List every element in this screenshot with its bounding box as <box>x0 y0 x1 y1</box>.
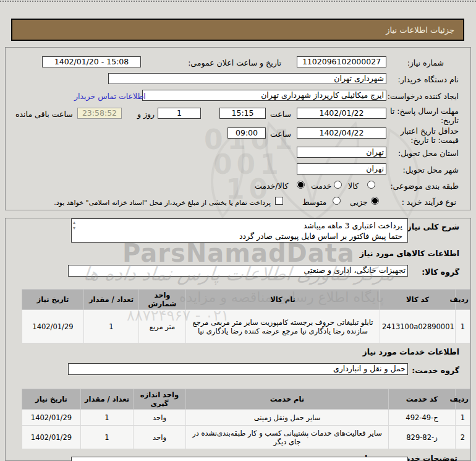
page-title: جزئیات اطلاعات نیاز <box>386 25 454 35</box>
goods-table-row[interactable]: 1 2413100a02890001 تابلو تبلیغاتی حروف ب… <box>22 310 470 343</box>
validity-hour-label: ساعت <box>270 129 291 139</box>
days-and-label: روز و <box>137 110 155 119</box>
services-col-unit: واحد اندازه گیری <box>134 389 186 410</box>
announce-datetime-field[interactable]: 1402/01/20 - 15:08 <box>42 56 141 67</box>
deadline-days-field[interactable]: 1 <box>158 108 201 119</box>
goods-col-name: نام کالا <box>186 290 380 310</box>
radio-classification-goods-label: کالا <box>348 181 359 191</box>
goods-group-label: گروه کالا: <box>422 267 459 277</box>
creator-label: ایجاد کننده درخواست: <box>388 92 459 101</box>
services-group-field[interactable]: حمل و نقل و انبارداری <box>68 363 408 375</box>
services-group-label: گروه خدمت: <box>412 366 459 375</box>
treasury-note-label: پرداخت تمام یا بخشی از مبلغ خرید،از محل … <box>54 198 271 207</box>
services-header-row: ردیف کد خدمت نام خدمت واحد اندازه گیری ت… <box>22 389 470 410</box>
goods-table: ردیف کد کالا نام کالا واحد شمارش تعداد /… <box>22 289 470 343</box>
goods-row-date: 1402/01/29 <box>22 310 84 343</box>
need-number-field[interactable]: 1102096102000027 <box>297 56 386 67</box>
services-col-row: ردیف <box>456 389 470 410</box>
validity-date-field[interactable]: 1402/04/22 <box>297 127 386 139</box>
province-label: استان محل تحویل: <box>398 149 459 158</box>
goods-row-qty: 1 <box>84 310 139 343</box>
service-row-date: 1402/01/29 <box>22 410 81 426</box>
goods-col-date: تاریخ نیاز <box>22 290 84 310</box>
treasury-checkbox[interactable] <box>275 197 283 205</box>
service-row-unit: واحد <box>134 426 186 449</box>
section-title-bar: جزئیات اطلاعات نیاز <box>11 19 464 41</box>
service-row-unit: واحد <box>134 410 186 426</box>
goods-row-unit: متر مربع <box>139 310 186 343</box>
announce-datetime-label: تاریخ و ساعت اعلان عمومی: <box>188 58 281 67</box>
radio-classification-service[interactable] <box>334 181 342 189</box>
buyer-org-field[interactable]: شهرداری تهران <box>108 73 386 84</box>
service-row-qty: 1 <box>81 426 134 449</box>
services-col-code: کد خدمت <box>389 389 456 410</box>
services-table-row[interactable]: 1 492-49-ح سایر حمل ونقل زمینی واحد 1 14… <box>22 410 470 426</box>
goods-row-code: 2413100a02890001 <box>380 310 456 343</box>
radio-classification-goods-service-label: کالا/خدمت <box>255 181 288 191</box>
city-field[interactable]: تهران <box>297 163 386 174</box>
services-col-date: تاریخ نیاز <box>22 389 81 410</box>
province-field[interactable]: تهران <box>297 147 386 158</box>
goods-col-code: کد کالا <box>380 290 456 310</box>
radio-classification-goods[interactable] <box>367 181 375 189</box>
goods-row-name: تابلو تبلیغاتی حروف برجسته کامپوزیت سایز… <box>186 310 380 343</box>
goods-header-row: ردیف کد کالا نام کالا واحد شمارش تعداد /… <box>22 290 470 310</box>
services-table-row[interactable]: 2 829-82-ز سایر فعالیت‌های خدمات پشتیبان… <box>22 426 470 449</box>
service-row-qty: 1 <box>81 410 134 426</box>
need-details-page: 0101 001 10 جزئیات اطلاعات نیاز شماره نی… <box>0 0 476 461</box>
radio-process-medium-label: متوسط <box>302 197 326 207</box>
purchase-process-label: نوع فرآیند خرید : <box>402 197 456 207</box>
description-textarea[interactable]: پرداخت اعتباری 3 ماهه میباشد حتما پیش فا… <box>71 218 408 243</box>
goods-row-index: 1 <box>456 310 470 343</box>
goods-col-row: ردیف <box>456 290 470 310</box>
buyer-contact-link[interactable]: اطلاعات تماس خریدار <box>74 92 146 101</box>
radio-process-partial[interactable] <box>371 197 379 205</box>
service-row-name: سایر فعالیت‌های خدمات پشتیبانی کسب و کار… <box>186 426 389 449</box>
classification-label: طبقه بندی موضوعی: <box>390 181 459 191</box>
description-line-2: حتما پیش فاکتور بر اساس فایل پیوستی صادر… <box>80 231 402 241</box>
buyer-org-label: نام دستگاه خریدار: <box>398 75 459 84</box>
time-remaining-badge: 23:58:52 <box>77 108 122 119</box>
service-row-index: 1 <box>456 410 470 426</box>
goods-heading: اطلاعات کالاهای مورد نیاز <box>360 249 459 258</box>
services-table: ردیف کد خدمت نام خدمت واحد اندازه گیری ت… <box>22 389 470 449</box>
services-heading: اطلاعات خدمات مورد نیاز <box>363 347 460 356</box>
service-row-date: 1402/01/29 <box>22 426 81 449</box>
textarea-scrollbar-icon[interactable]: ▴▾ <box>73 220 75 231</box>
service-row-index: 2 <box>456 426 470 449</box>
deadline-time-field[interactable]: 15:15 <box>219 108 266 119</box>
radio-process-medium[interactable] <box>333 197 341 205</box>
goods-col-qty: تعداد / مقدار <box>84 290 139 310</box>
service-row-code: 492-49-ح <box>389 410 456 426</box>
top-dotted-line <box>0 1 476 2</box>
deadline-label: مهلت ارسال پاسخ: تا تاریخ: <box>389 106 459 125</box>
services-col-qty: تعداد / مقدار <box>81 389 134 410</box>
service-row-name: سایر حمل ونقل زمینی <box>186 410 389 426</box>
need-number-label: شماره نیاز: <box>407 58 444 67</box>
creator-field[interactable]: ایرج میکائیلی کارپرداز شهرداری تهران <box>142 90 386 101</box>
deadline-hour-label: ساعت <box>270 110 291 119</box>
city-label: شهر محل تحویل: <box>403 165 459 174</box>
description-line-1: پرداخت اعتباری 3 ماهه میباشد <box>80 220 402 231</box>
validity-time-field[interactable]: 09:00 <box>227 127 266 139</box>
goods-group-field[interactable]: تجهیزات خانگی، اداری و صنعتی <box>68 265 408 277</box>
radio-classification-service-label: خدمت <box>311 181 331 191</box>
service-notes-textarea[interactable] <box>71 457 408 461</box>
services-col-name: نام خدمت <box>186 389 389 410</box>
hours-remaining-label: ساعت باقی مانده <box>15 110 73 119</box>
description-label: شرح کلی نیاز: <box>404 222 459 231</box>
validity-label: حداقل تاریخ اعتبار قیمت: تا تاریخ: <box>393 126 459 145</box>
radio-classification-goods-service[interactable] <box>297 181 305 189</box>
service-row-code: 829-82-ز <box>389 426 456 449</box>
goods-col-unit: واحد شمارش <box>139 290 186 310</box>
radio-process-partial-label: جزیی <box>350 197 368 207</box>
deadline-date-field[interactable]: 1402/01/22 <box>297 108 386 119</box>
